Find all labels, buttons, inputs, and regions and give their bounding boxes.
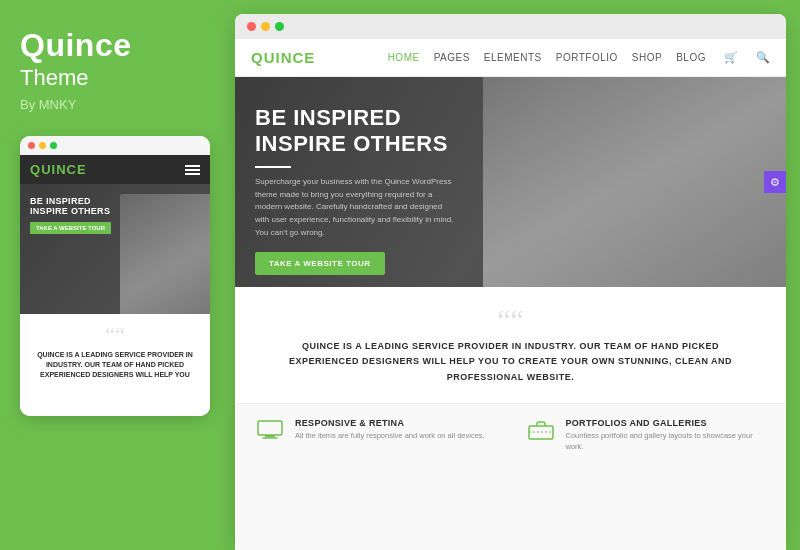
testimonial-text: QUINCE IS A LEADING SERVICE PROVIDER IN … xyxy=(281,339,741,385)
site-logo-q: Q xyxy=(251,49,264,66)
feature-title-responsive: Responsive & Retina xyxy=(295,418,485,428)
feature-text-responsive: Responsive & Retina All the items are fu… xyxy=(295,418,485,441)
feature-text-portfolio: Portfolios and Galleries Countless portf… xyxy=(566,418,767,453)
mobile-hero: BE INSPIRED INSPIRE OTHERS TAKE A WEBSIT… xyxy=(20,184,210,314)
nav-link-home[interactable]: HOME xyxy=(388,52,420,63)
mobile-hero-text: BE INSPIRED INSPIRE OTHERS TAKE A WEBSIT… xyxy=(30,196,200,234)
mobile-logo-q: Q xyxy=(30,162,41,177)
svg-rect-0 xyxy=(258,421,282,435)
mobile-hero-line2: INSPIRE OTHERS xyxy=(30,206,200,216)
hero-line2: INSPIRE OTHERS xyxy=(255,131,515,157)
testimonial-quote-mark: ““ xyxy=(263,305,758,335)
hero-title: BE INSPIRED INSPIRE OTHERS xyxy=(255,105,515,158)
nav-link-elements[interactable]: ELEMENTS xyxy=(484,52,542,63)
search-icon[interactable]: 🔍 xyxy=(756,51,770,64)
brand-by: By MNKY xyxy=(20,97,76,112)
nav-link-portfolio[interactable]: PORTFOLIO xyxy=(556,52,618,63)
mobile-nav: QUINCE xyxy=(20,155,210,184)
browser-bar xyxy=(235,14,786,39)
mobile-dots-bar xyxy=(20,136,210,155)
mobile-dot-red xyxy=(28,142,35,149)
feature-item-responsive: Responsive & Retina All the items are fu… xyxy=(255,418,496,536)
svg-rect-1 xyxy=(265,435,275,437)
mobile-logo-rest: UINCE xyxy=(41,162,86,177)
mobile-logo: QUINCE xyxy=(30,162,87,177)
mobile-quote-mark: ““ xyxy=(30,324,200,346)
mobile-quote-section: ““ QUINCE IS A LEADING SERVICE PROVIDER … xyxy=(20,314,210,416)
mobile-hero-cta[interactable]: TAKE A WEBSITE TOUR xyxy=(30,222,111,234)
browser-dot-yellow xyxy=(261,22,270,31)
mobile-mockup: QUINCE BE INSPIRED INSPIRE OTHERS TAKE A… xyxy=(20,136,210,416)
browser-content: QUINCE HOME PAGES ELEMENTS PORTFOLIO SHO… xyxy=(235,39,786,550)
browser-mockup: QUINCE HOME PAGES ELEMENTS PORTFOLIO SHO… xyxy=(235,14,786,550)
browser-dot-red xyxy=(247,22,256,31)
mobile-dot-yellow xyxy=(39,142,46,149)
nav-link-blog[interactable]: BLOG xyxy=(676,52,706,63)
briefcase-icon xyxy=(526,418,556,442)
feature-desc-responsive: All the items are fully responsive and w… xyxy=(295,430,485,441)
nav-links: HOME PAGES ELEMENTS PORTFOLIO SHOP BLOG … xyxy=(388,51,770,64)
site-hero: BE INSPIRED INSPIRE OTHERS Supercharge y… xyxy=(235,77,786,287)
mobile-hamburger-icon[interactable] xyxy=(185,165,200,175)
site-features: Responsive & Retina All the items are fu… xyxy=(235,404,786,550)
settings-gear-icon[interactable]: ⚙ xyxy=(764,171,786,193)
feature-title-portfolio: Portfolios and Galleries xyxy=(566,418,767,428)
feature-item-portfolio: Portfolios and Galleries Countless portf… xyxy=(526,418,767,536)
feature-desc-portfolio: Countless portfolio and gallery layouts … xyxy=(566,430,767,453)
hero-content: BE INSPIRED INSPIRE OTHERS Supercharge y… xyxy=(235,77,535,287)
browser-dot-green xyxy=(275,22,284,31)
monitor-icon xyxy=(255,418,285,442)
brand-subtitle: Theme xyxy=(20,65,88,91)
site-logo: QUINCE xyxy=(251,49,315,66)
mobile-quote-text: QUINCE IS A LEADING SERVICE PROVIDER IN … xyxy=(30,350,200,379)
site-nav: QUINCE HOME PAGES ELEMENTS PORTFOLIO SHO… xyxy=(235,39,786,77)
brand-title: Quince xyxy=(20,28,131,63)
hero-cta-button[interactable]: TAKE A WEBSITE TOUR xyxy=(255,252,385,275)
site-logo-rest: UINCE xyxy=(264,49,316,66)
mobile-hero-line1: BE INSPIRED xyxy=(30,196,200,206)
hero-line1: BE INSPIRED xyxy=(255,105,515,131)
site-testimonial: ““ QUINCE IS A LEADING SERVICE PROVIDER … xyxy=(235,287,786,404)
left-panel: Quince Theme By MNKY QUINCE BE INSPIRED … xyxy=(0,0,235,550)
hero-divider xyxy=(255,166,291,168)
mobile-dot-green xyxy=(50,142,57,149)
hero-description: Supercharge your business with the Quinc… xyxy=(255,176,455,240)
nav-link-shop[interactable]: SHOP xyxy=(632,52,662,63)
cart-icon: 🛒 xyxy=(724,51,738,64)
nav-link-pages[interactable]: PAGES xyxy=(434,52,470,63)
